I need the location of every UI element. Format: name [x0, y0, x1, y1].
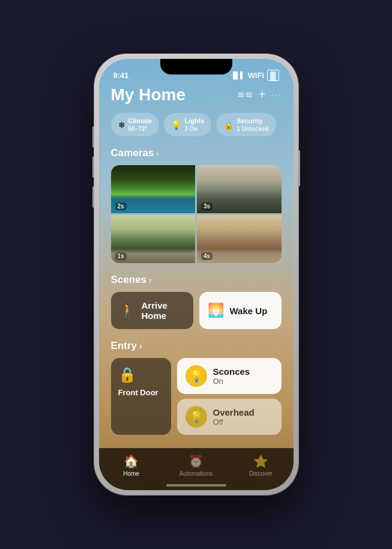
security-label: Security [237, 117, 268, 125]
wake-up-scene[interactable]: 🌅 Wake Up [199, 292, 282, 329]
tab-automations-label: Automations [179, 470, 213, 477]
scenes-row: 🚶 Arrive Home 🌅 Wake Up [111, 292, 282, 329]
camera-grid: 2s 3s 1s 4s [111, 165, 282, 263]
overhead-name: Overhead [213, 407, 273, 417]
header: My Home ≋≋ + ··· [111, 85, 282, 105]
sconces-icon: 💡 [185, 365, 207, 387]
battery-icon: ▓ [267, 70, 279, 81]
tab-automations-icon: ⏰ [188, 454, 204, 469]
security-value: 1 Unlocked [237, 125, 268, 133]
front-door-label: Front Door [118, 388, 158, 397]
camera-cell-3[interactable]: 1s [111, 215, 196, 263]
entry-label: Entry [111, 340, 137, 352]
lights-chip[interactable]: 💡 Lights 3 On [164, 113, 211, 136]
cam1-timestamp: 2s [115, 202, 127, 210]
cameras-section-header[interactable]: Cameras › [111, 147, 282, 159]
cam4-timestamp: 4s [201, 252, 213, 260]
climate-value: 68–72° [128, 125, 152, 133]
notch [160, 59, 232, 74]
phone-screen: 9:41 ▐▌▌ WiFi ▓ My Home ≋≋ + ··· ❄ [99, 59, 294, 490]
tab-automations[interactable]: ⏰ Automations [164, 454, 229, 477]
sconces-name: Sconces [213, 366, 273, 377]
climate-chip[interactable]: ❄ Climate 68–72° [111, 113, 160, 136]
overhead-icon: 💡 [185, 406, 207, 428]
camera-cell-4[interactable]: 4s [197, 215, 282, 263]
climate-label: Climate [128, 117, 152, 125]
page-title: My Home [111, 85, 185, 105]
front-door-icon: 🔒 [118, 366, 136, 383]
wifi-icon: WiFi [248, 71, 264, 80]
arrive-home-scene[interactable]: 🚶 Arrive Home [111, 292, 193, 329]
header-actions: ≋≋ + ··· [237, 88, 282, 102]
security-icon: 🔒 [223, 120, 234, 130]
security-chip[interactable]: 🔒 Security 1 Unlocked [216, 113, 276, 136]
signal-icon: ▐▌▌ [231, 71, 244, 79]
cam3-timestamp: 1s [115, 252, 127, 260]
add-button[interactable]: + [259, 88, 266, 102]
status-icons: ▐▌▌ WiFi ▓ [231, 70, 279, 81]
tab-home-icon: 🏠 [124, 454, 139, 469]
waveform-button[interactable]: ≋≋ [237, 89, 253, 100]
lights-label: Lights [184, 117, 204, 125]
sconces-status: On [213, 377, 273, 386]
scenes-label: Scenes [111, 274, 147, 286]
scenes-section-header[interactable]: Scenes › [111, 274, 282, 286]
climate-icon: ❄ [118, 120, 125, 130]
entry-section-header[interactable]: Entry › [111, 340, 282, 352]
arrive-home-label: Arrive Home [142, 300, 185, 321]
wake-up-icon: 🌅 [208, 303, 224, 318]
lights-icon: 💡 [171, 120, 181, 130]
entry-chevron: › [139, 341, 142, 351]
camera-cell-2[interactable]: 3s [197, 165, 282, 213]
more-button[interactable]: ··· [271, 91, 281, 99]
wake-up-label: Wake Up [230, 306, 268, 316]
tab-discover[interactable]: ⭐ Discover [229, 454, 294, 477]
scenes-chevron: › [149, 275, 152, 285]
arrive-home-icon: 🚶 [119, 303, 136, 318]
camera-cell-1[interactable]: 2s [111, 165, 196, 213]
cam2-timestamp: 3s [201, 202, 213, 210]
front-door-card[interactable]: 🔒 Front Door [111, 358, 171, 435]
tab-discover-icon: ⭐ [253, 454, 268, 469]
overhead-card[interactable]: 💡 Overhead Off [177, 399, 282, 435]
cameras-label: Cameras [111, 147, 154, 159]
entry-right-cards: 💡 Sconces On 💡 Overhead Off [177, 358, 282, 435]
entry-grid: 🔒 Front Door 💡 Sconces On 💡 Ove [111, 358, 282, 435]
phone-frame: 9:41 ▐▌▌ WiFi ▓ My Home ≋≋ + ··· ❄ [94, 54, 298, 495]
main-content: My Home ≋≋ + ··· ❄ Climate 68–72° 💡 [99, 85, 294, 456]
overhead-status: Off [213, 417, 273, 426]
lights-value: 3 On [184, 125, 204, 133]
tab-home[interactable]: 🏠 Home [99, 454, 164, 477]
status-chips: ❄ Climate 68–72° 💡 Lights 3 On 🔒 [111, 113, 282, 136]
tab-discover-label: Discover [249, 470, 273, 477]
status-time: 9:41 [113, 71, 129, 80]
sconces-card[interactable]: 💡 Sconces On [177, 358, 282, 394]
tab-home-label: Home [123, 470, 139, 477]
cameras-chevron: › [156, 148, 159, 158]
home-indicator [166, 484, 226, 487]
